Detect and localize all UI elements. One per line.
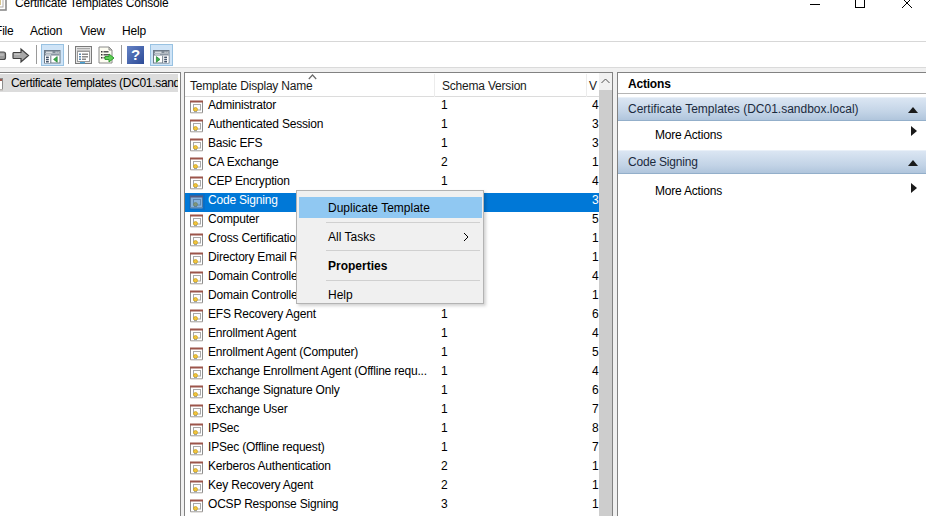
svg-text:?: ? bbox=[131, 46, 140, 63]
